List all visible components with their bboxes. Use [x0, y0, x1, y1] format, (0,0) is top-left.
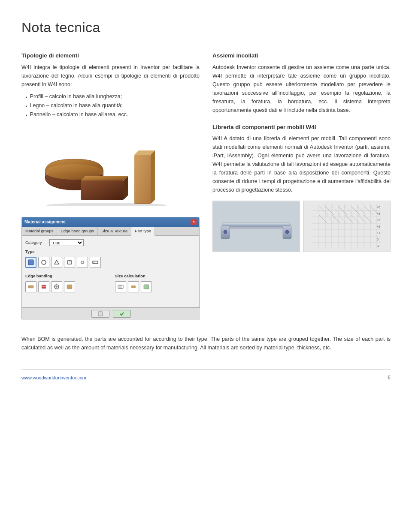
svg-text:+1: +1: [377, 231, 380, 234]
tab-material-groups[interactable]: Material groups: [22, 227, 57, 236]
type-icon-5[interactable]: [77, 257, 88, 268]
svg-point-10: [42, 260, 46, 264]
type-icon-6[interactable]: [90, 257, 101, 268]
handle-image: [212, 201, 300, 252]
edge-icon-3[interactable]: [51, 281, 62, 292]
svg-text:+4: +4: [377, 212, 380, 215]
svg-marker-11: [55, 260, 59, 264]
svg-rect-30: [144, 285, 149, 289]
svg-marker-3: [81, 176, 128, 180]
svg-rect-38: [310, 202, 383, 251]
size-calc-title: Size calculation: [115, 273, 196, 280]
section1-heading: Tipologie di elementi: [21, 51, 200, 60]
type-icon-4[interactable]: [64, 257, 75, 268]
dialog-cancel-button[interactable]: [91, 310, 109, 318]
size-icon-2[interactable]: [128, 281, 139, 292]
svg-rect-33: [222, 222, 291, 228]
dialog-footer: [22, 307, 200, 320]
svg-rect-24: [67, 285, 72, 289]
right-column: Assiemi incollati Autodesk Inventor cons…: [212, 51, 391, 320]
svg-rect-9: [28, 260, 33, 265]
wood-illustration: [21, 123, 200, 213]
dialog-body: Category C00 Type: [22, 236, 199, 295]
svg-point-35: [224, 230, 227, 234]
svg-rect-2: [81, 180, 124, 200]
svg-text:0: 0: [377, 238, 379, 241]
grid-svg: +5 +4 +3 +2 +1 0 -1: [310, 202, 383, 251]
type-icon-2[interactable]: [38, 257, 49, 268]
footer-page-number: 6: [388, 374, 391, 382]
wood-pieces-svg: [42, 129, 179, 206]
bottom-text: When BOM is generated, the parts are acc…: [21, 335, 391, 352]
svg-rect-12: [67, 261, 72, 264]
section2-heading: Assiemi incollati: [212, 51, 391, 60]
grid-image: +5 +4 +3 +2 +1 0 -1: [303, 201, 391, 252]
dialog-titlebar: Material assignment ✕: [22, 217, 199, 227]
edge-icon-4[interactable]: [64, 281, 75, 292]
size-icon-3[interactable]: [141, 281, 152, 292]
dialog-ok-button[interactable]: [113, 310, 131, 318]
type-icon-3[interactable]: [51, 257, 62, 268]
dialog-title: Material assignment: [24, 219, 66, 225]
category-row: Category C00: [25, 239, 196, 246]
edge-icon-1[interactable]: [25, 281, 36, 292]
svg-text:+2: +2: [377, 225, 380, 228]
svg-point-37: [285, 230, 289, 234]
material-assignment-dialog: Material assignment ✕ Material groups Ed…: [21, 217, 200, 320]
svg-text:-1: -1: [377, 244, 379, 247]
footer: www.woodworkforinventor.com 6: [21, 369, 391, 382]
dialog-box: Material assignment ✕ Material groups Ed…: [21, 217, 200, 320]
svg-rect-29: [131, 286, 136, 288]
svg-rect-18: [28, 286, 33, 288]
page-title: Nota tecnica: [21, 17, 391, 39]
edge-icon-2[interactable]: [38, 281, 49, 292]
svg-rect-31: [98, 312, 103, 316]
edge-icon-grid: [25, 281, 106, 292]
edge-banding-section: Edge banding: [25, 271, 106, 292]
section3-heading: Libreria di componenti per mobili W4I: [212, 123, 391, 132]
right-images: +5 +4 +3 +2 +1 0 -1: [212, 201, 391, 252]
dialog-tabs: Material groups Edge band groups Size & …: [22, 227, 199, 236]
section1-intro: W4I integra le tipologie di elementi pre…: [21, 63, 200, 89]
section2-text: Autodesk Inventor consente di gestire un…: [212, 63, 391, 114]
dialog-close-button[interactable]: ✕: [191, 219, 197, 225]
bottom-sections: Edge banding: [25, 271, 196, 292]
bottom-section: When BOM is generated, the parts are acc…: [21, 328, 391, 352]
left-column: Tipologie di elementi W4I integra le tip…: [21, 51, 200, 320]
svg-text:+3: +3: [377, 219, 380, 222]
svg-rect-5: [134, 155, 151, 204]
svg-point-15: [82, 261, 83, 263]
type-label: Type: [25, 249, 196, 255]
edge-banding-title: Edge banding: [25, 273, 106, 280]
size-icon-1[interactable]: [115, 281, 126, 292]
size-calc-section: Size calculation: [115, 271, 196, 292]
svg-marker-7: [151, 150, 155, 204]
list-item: Legno – calcolato in base alla quantità;: [26, 101, 200, 110]
handle-svg: [213, 202, 299, 251]
main-content: Tipologie di elementi W4I integra le tip…: [21, 51, 391, 320]
tab-part-type[interactable]: Part type: [131, 227, 155, 236]
type-icon-1[interactable]: [25, 257, 36, 268]
svg-text:+5: +5: [377, 206, 380, 209]
size-icon-grid: [115, 281, 196, 292]
footer-url: www.woodworkforinventor.com: [21, 374, 86, 382]
category-label: Category: [25, 240, 47, 246]
list-item: Pannello – calcolato in base all'area, e…: [26, 110, 200, 119]
category-select[interactable]: C00: [49, 239, 84, 246]
section3-text: W4I è dotato di una libreria di elementi…: [212, 134, 391, 194]
tab-size-texture[interactable]: Size & Texture: [98, 227, 131, 236]
svg-rect-16: [93, 261, 98, 264]
list-item: Profili – calcolo in base alla lunghezza…: [26, 92, 200, 101]
tab-edge-band-groups[interactable]: Edge band groups: [57, 227, 98, 236]
type-icon-grid: [25, 257, 196, 268]
bullet-list: Profili – calcolo in base alla lunghezza…: [26, 92, 200, 120]
